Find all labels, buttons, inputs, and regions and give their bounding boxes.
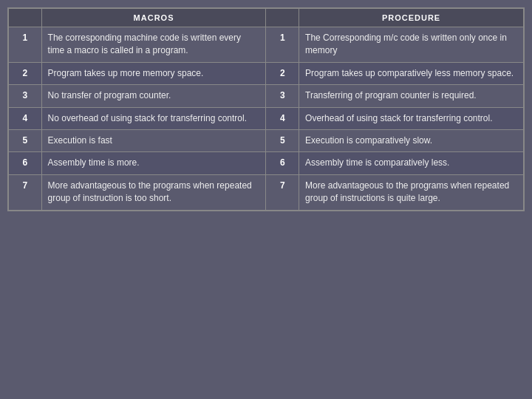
row-number: 7 bbox=[9, 174, 42, 210]
table-row: 4No overhead of using stack for transfer… bbox=[9, 107, 524, 129]
row-number: 2 bbox=[9, 62, 42, 84]
row-number-proc: 7 bbox=[266, 174, 299, 210]
table-row: 2Program takes up more memory space.2Pro… bbox=[9, 62, 524, 84]
table-row: 3No transfer of program counter.3Transfe… bbox=[9, 85, 524, 107]
row-number: 4 bbox=[9, 107, 42, 129]
row-number: 6 bbox=[9, 152, 42, 174]
macros-cell: The corresponding machine code is writte… bbox=[41, 27, 266, 63]
header-macros: MACROS bbox=[41, 9, 266, 27]
row-number-proc: 4 bbox=[266, 107, 299, 129]
macros-cell: Assembly time is more. bbox=[41, 152, 266, 174]
procedure-cell: Execution is comparatively slow. bbox=[299, 129, 524, 151]
procedure-cell: Program takes up comparatively less memo… bbox=[299, 62, 524, 84]
procedure-cell: The Corresponding m/c code is written on… bbox=[299, 27, 524, 63]
procedure-cell: Overhead of using stack for transferring… bbox=[299, 107, 524, 129]
row-number: 3 bbox=[9, 85, 42, 107]
row-number-proc: 2 bbox=[266, 62, 299, 84]
procedure-cell: More advantageous to the programs when r… bbox=[299, 174, 524, 210]
macros-cell: No transfer of program counter. bbox=[41, 85, 266, 107]
row-number-proc: 1 bbox=[266, 27, 299, 63]
macros-cell: More advantageous to the programs when r… bbox=[41, 174, 266, 210]
comparison-table: MACROS PROCEDURE 1The corresponding mach… bbox=[8, 8, 524, 211]
row-number: 1 bbox=[9, 27, 42, 63]
table-row: 5Execution is fast5Execution is comparat… bbox=[9, 129, 524, 151]
macros-cell: No overhead of using stack for transferr… bbox=[41, 107, 266, 129]
procedure-cell: Assembly time is comparatively less. bbox=[299, 152, 524, 174]
table-row: 1The corresponding machine code is writt… bbox=[9, 27, 524, 63]
header-empty bbox=[9, 9, 42, 27]
procedure-cell: Transferring of program counter is requi… bbox=[299, 85, 524, 107]
header-num bbox=[266, 9, 299, 27]
table-row: 6Assembly time is more.6Assembly time is… bbox=[9, 152, 524, 174]
row-number-proc: 6 bbox=[266, 152, 299, 174]
macros-cell: Execution is fast bbox=[41, 129, 266, 151]
table-row: 7More advantageous to the programs when … bbox=[9, 174, 524, 210]
row-number-proc: 3 bbox=[266, 85, 299, 107]
row-number: 5 bbox=[9, 129, 42, 151]
row-number-proc: 5 bbox=[266, 129, 299, 151]
macros-cell: Program takes up more memory space. bbox=[41, 62, 266, 84]
header-procedure: PROCEDURE bbox=[299, 9, 524, 27]
